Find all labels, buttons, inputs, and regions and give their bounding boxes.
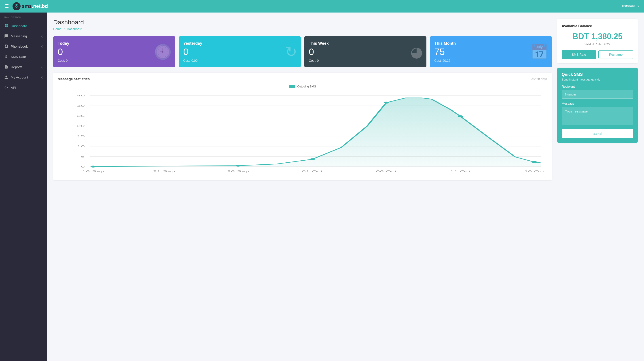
chevron-right-icon: ❮ xyxy=(41,76,43,79)
piechart-icon: ◕ xyxy=(410,45,423,59)
sidebar-item-dashboard[interactable]: Dashboard xyxy=(0,20,47,31)
logo[interactable]: sms.net.bd xyxy=(12,2,48,10)
svg-rect-7 xyxy=(6,26,8,27)
stat-thisweek-cost: Cost: 0 xyxy=(309,59,422,62)
balance-panel: Available Balance BDT 1,380.25 Valid til… xyxy=(557,19,638,63)
sidebar-item-api[interactable]: API xyxy=(0,82,47,92)
phonebook-icon xyxy=(4,44,8,48)
sidebar: NAVIGATION Dashboard Messaging ❮ xyxy=(0,12,47,361)
sidebar-item-smsrate[interactable]: SMS Rate xyxy=(0,52,47,62)
stat-card-today[interactable]: Today 0 Cost: 0 🕘 xyxy=(53,36,175,67)
recipient-label: Recipient xyxy=(562,85,633,88)
api-icon xyxy=(4,85,8,90)
user-menu[interactable]: Customer ▼ xyxy=(620,4,640,8)
svg-point-35 xyxy=(458,116,463,117)
svg-text:21 Sep: 21 Sep xyxy=(153,170,175,173)
svg-point-34 xyxy=(384,102,389,104)
message-textarea[interactable] xyxy=(562,107,633,125)
stat-card-thismonth[interactable]: This Month 75 Cost: 20.25 📅 xyxy=(430,36,552,67)
chart-legend: Outgoing SMS xyxy=(58,85,548,88)
svg-text:10: 10 xyxy=(77,145,85,148)
quick-sms-panel: Quick SMS Send instant message quickly R… xyxy=(557,68,638,143)
layout: NAVIGATION Dashboard Messaging ❮ xyxy=(0,12,644,361)
stats-period: Last 30 days xyxy=(530,78,548,81)
svg-point-33 xyxy=(310,158,315,160)
dashboard-icon xyxy=(4,24,8,28)
svg-text:30: 30 xyxy=(77,104,85,107)
smsrate-button[interactable]: SMS Rate xyxy=(562,50,596,59)
svg-text:15: 15 xyxy=(77,135,85,138)
balance-buttons: SMS Rate Recharge xyxy=(562,50,633,59)
content-right: Available Balance BDT 1,380.25 Valid til… xyxy=(557,19,638,355)
chevron-right-icon: ❮ xyxy=(41,66,43,68)
message-label: Message xyxy=(562,102,633,105)
nav-label: NAVIGATION xyxy=(0,12,47,20)
smsrate-icon xyxy=(4,54,8,59)
sidebar-item-label: API xyxy=(11,86,16,90)
breadcrumb-home[interactable]: Home xyxy=(53,27,62,31)
main-content: Dashboard Home / Dashboard Today 0 Cost:… xyxy=(47,12,644,361)
sidebar-item-label: Phonebook xyxy=(11,44,28,48)
sidebar-item-messaging[interactable]: Messaging ❮ xyxy=(0,31,47,41)
calendar-icon: 📅 xyxy=(530,45,548,59)
svg-text:01 Oct: 01 Oct xyxy=(302,170,323,173)
balance-title: Available Balance xyxy=(562,24,633,28)
sidebar-item-reports[interactable]: Reports ❮ xyxy=(0,62,47,72)
svg-rect-6 xyxy=(5,26,6,27)
send-button[interactable]: Send xyxy=(562,129,633,138)
stat-card-yesterday[interactable]: Yesterday 0 Cost: 0.00 ↻ xyxy=(179,36,301,67)
sidebar-item-label: My Account xyxy=(11,76,28,79)
sidebar-item-label: Reports xyxy=(11,65,22,69)
sidebar-item-label: Messaging xyxy=(11,34,27,38)
history-icon: ↻ xyxy=(285,45,297,59)
stat-card-thisweek[interactable]: This Week 0 Cost: 0 ◕ xyxy=(304,36,426,67)
stat-thisweek-value: 0 xyxy=(309,47,422,57)
svg-text:16 Sep: 16 Sep xyxy=(82,170,104,173)
user-name: Customer xyxy=(620,4,635,8)
svg-point-3 xyxy=(17,6,18,6)
recipient-input[interactable] xyxy=(562,90,633,99)
svg-point-1 xyxy=(16,6,16,6)
svg-rect-4 xyxy=(5,24,6,26)
svg-text:11 Oct: 11 Oct xyxy=(450,170,471,173)
myaccount-icon xyxy=(4,75,8,80)
svg-point-2 xyxy=(16,6,17,6)
chevron-right-icon: ❮ xyxy=(41,45,43,48)
breadcrumb-current: Dashboard xyxy=(67,27,82,31)
stats-title: Message Statistics xyxy=(58,77,90,81)
svg-text:40: 40 xyxy=(77,94,85,97)
svg-text:16 Oct: 16 Oct xyxy=(524,170,545,173)
sidebar-item-label: Dashboard xyxy=(11,24,27,28)
stat-thisweek-title: This Week xyxy=(309,41,422,46)
stat-yesterday-title: Yesterday xyxy=(183,41,296,46)
balance-valid: Valid till: 1 Jan 2022 xyxy=(562,42,633,46)
top-nav: ☰ sms.net.bd Customer ▼ xyxy=(0,0,644,12)
stat-cards: Today 0 Cost: 0 🕘 Yesterday 0 Cost: 0.00… xyxy=(53,36,552,67)
balance-amount: BDT 1,380.25 xyxy=(562,32,633,41)
logo-text: sms.net.bd xyxy=(22,3,48,9)
svg-text:0: 0 xyxy=(81,165,85,168)
chart-container: 0 5 10 15 20 25 30 40 16 Sep 21 Sep 26 S… xyxy=(58,91,548,176)
svg-point-32 xyxy=(236,165,240,167)
sidebar-item-phonebook[interactable]: Phonebook ❮ xyxy=(0,41,47,52)
quick-sms-title: Quick SMS xyxy=(562,72,633,77)
chart-svg: 0 5 10 15 20 25 30 40 16 Sep 21 Sep 26 S… xyxy=(58,91,548,176)
svg-text:26 Sep: 26 Sep xyxy=(227,170,249,173)
stat-yesterday-value: 0 xyxy=(183,47,296,57)
stats-panel: Message Statistics Last 30 days Outgoing… xyxy=(53,73,552,180)
sidebar-item-label: SMS Rate xyxy=(11,55,26,58)
recharge-button[interactable]: Recharge xyxy=(598,50,633,59)
reports-icon xyxy=(4,65,8,69)
quick-sms-subtitle: Send instant message quickly xyxy=(562,78,633,81)
legend-color-box xyxy=(289,85,296,88)
legend-label: Outgoing SMS xyxy=(297,85,316,88)
content-left: Dashboard Home / Dashboard Today 0 Cost:… xyxy=(53,19,552,355)
svg-text:5: 5 xyxy=(81,155,85,158)
stat-yesterday-cost: Cost: 0.00 xyxy=(183,59,296,62)
hamburger-icon[interactable]: ☰ xyxy=(4,3,9,9)
breadcrumb-separator: / xyxy=(64,27,64,31)
svg-text:20: 20 xyxy=(77,124,85,128)
sidebar-item-myaccount[interactable]: My Account ❮ xyxy=(0,72,47,82)
breadcrumb: Home / Dashboard xyxy=(53,27,552,31)
chevron-down-icon: ▼ xyxy=(637,5,640,8)
